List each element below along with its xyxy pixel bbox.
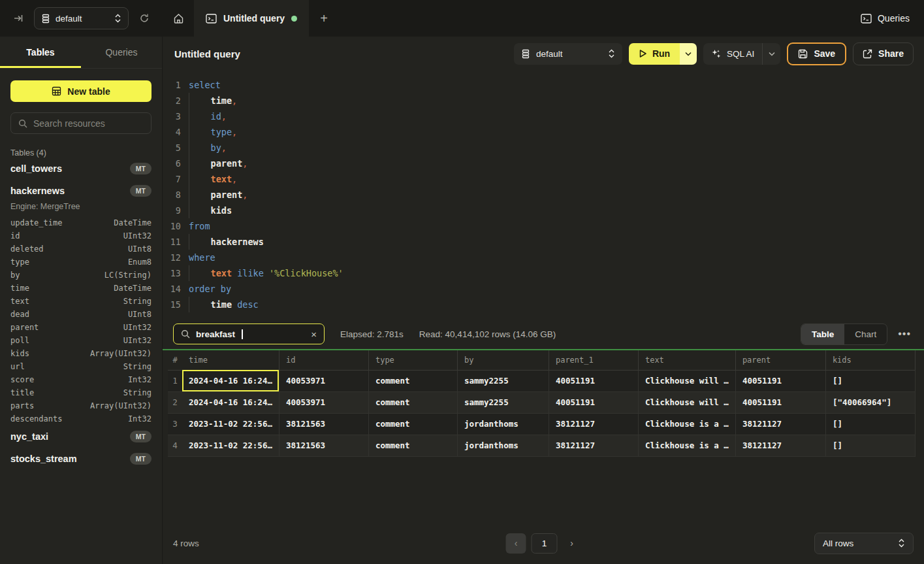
column-row: scoreInt32 bbox=[10, 373, 151, 386]
table-item[interactable]: hackernewsMT bbox=[10, 180, 151, 202]
table-cell[interactable]: 2023-11-02 22:56… bbox=[182, 435, 279, 456]
sidebar-tab-tables[interactable]: Tables bbox=[0, 37, 81, 68]
table-item[interactable]: cell_towersMT bbox=[10, 158, 151, 180]
column-header[interactable]: id bbox=[279, 350, 368, 370]
topbar-database-select[interactable]: default bbox=[34, 7, 129, 29]
collapse-sidebar-button[interactable] bbox=[9, 9, 27, 27]
table-cell[interactable]: [] bbox=[825, 413, 915, 435]
current-page-button[interactable]: 1 bbox=[532, 533, 558, 554]
table-cell[interactable]: Clickhouse will … bbox=[638, 370, 735, 391]
column-name: text bbox=[10, 295, 29, 308]
table-cell[interactable]: comment bbox=[368, 370, 457, 391]
table-cell[interactable]: 40053971 bbox=[279, 391, 368, 413]
results-search[interactable]: breakfast × bbox=[173, 323, 325, 344]
table-item[interactable]: nyc_taxiMT bbox=[10, 425, 151, 448]
table-cell[interactable]: [] bbox=[825, 370, 915, 391]
topbar-left: default bbox=[0, 0, 163, 37]
column-header[interactable]: parent bbox=[735, 350, 825, 370]
row-number[interactable]: 3 bbox=[168, 413, 182, 435]
table-cell[interactable]: 38121127 bbox=[549, 435, 638, 456]
prev-page-button[interactable]: ‹ bbox=[506, 533, 526, 554]
table-cell[interactable]: ["40066964"] bbox=[825, 391, 915, 413]
line-number: 2 bbox=[163, 93, 181, 108]
run-options-button[interactable] bbox=[680, 43, 697, 65]
results-more-button[interactable]: ••• bbox=[895, 325, 914, 342]
table-cell[interactable]: 40053971 bbox=[279, 370, 368, 391]
row-number[interactable]: 4 bbox=[168, 435, 182, 456]
sql-ai-button[interactable]: SQL AI bbox=[703, 43, 780, 65]
new-tab-button[interactable]: + bbox=[309, 0, 339, 37]
next-page-button[interactable]: › bbox=[563, 533, 581, 554]
table-item[interactable]: stocks_streamMT bbox=[10, 448, 151, 470]
home-icon bbox=[173, 13, 184, 24]
save-button[interactable]: Save bbox=[787, 42, 846, 65]
external-link-icon bbox=[863, 49, 872, 59]
table-cell[interactable]: 2023-11-02 22:56… bbox=[182, 413, 279, 435]
column-row: urlString bbox=[10, 360, 151, 373]
table-cell[interactable]: 38121563 bbox=[279, 413, 368, 435]
table-cell[interactable]: sammy2255 bbox=[457, 391, 549, 413]
table-cell[interactable]: jordanthoms bbox=[457, 435, 549, 456]
sidebar-search[interactable] bbox=[10, 112, 151, 134]
code-line: 13 text ilike '%ClickHouse%' bbox=[163, 265, 924, 281]
table-cell[interactable]: Clickhouse is a … bbox=[638, 435, 735, 456]
table-cell[interactable]: 38121563 bbox=[279, 435, 368, 456]
table-cell[interactable]: 40051191 bbox=[735, 391, 825, 413]
column-header[interactable]: time bbox=[182, 350, 279, 370]
rows-per-page-select[interactable]: All rows bbox=[814, 533, 914, 554]
table-cell[interactable]: 40051191 bbox=[549, 370, 638, 391]
column-header[interactable]: parent_1 bbox=[549, 350, 638, 370]
table-cell[interactable]: 38121127 bbox=[735, 413, 825, 435]
line-number: 11 bbox=[163, 234, 181, 250]
code-token: hackernews bbox=[211, 234, 264, 250]
column-header[interactable]: by bbox=[457, 350, 549, 370]
home-button[interactable] bbox=[163, 0, 194, 37]
engine-badge: MT bbox=[130, 453, 151, 465]
indent-guide bbox=[189, 93, 211, 108]
column-row: partsArray(UInt32) bbox=[10, 399, 151, 412]
code-line: 10from bbox=[163, 218, 924, 234]
column-header[interactable]: kids bbox=[825, 350, 915, 370]
table-cell[interactable]: 2024-04-16 16:24… bbox=[182, 391, 279, 413]
table-cell[interactable]: comment bbox=[368, 413, 457, 435]
queries-button[interactable]: Queries bbox=[861, 13, 910, 24]
share-button[interactable]: Share bbox=[853, 42, 914, 65]
table-cell[interactable]: comment bbox=[368, 435, 457, 456]
table-cell[interactable]: sammy2255 bbox=[457, 370, 549, 391]
indent-guide bbox=[189, 297, 211, 312]
column-header[interactable]: text bbox=[638, 350, 735, 370]
refresh-button[interactable] bbox=[135, 9, 153, 27]
table-cell[interactable]: Clickhouse is a … bbox=[638, 413, 735, 435]
code-line: 7 text, bbox=[163, 171, 924, 187]
view-toggle-chart[interactable]: Chart bbox=[844, 324, 887, 344]
table-cell[interactable]: [] bbox=[825, 435, 915, 456]
indent-guide bbox=[189, 187, 211, 203]
column-type: UInt32 bbox=[123, 321, 151, 334]
table-cell[interactable]: 38121127 bbox=[549, 413, 638, 435]
table-cell[interactable]: 38121127 bbox=[735, 435, 825, 456]
table-cell[interactable]: comment bbox=[368, 391, 457, 413]
code-token: id bbox=[211, 108, 221, 124]
row-number[interactable]: 2 bbox=[168, 391, 182, 413]
sidebar-search-input[interactable] bbox=[33, 118, 144, 129]
query-database-value: default bbox=[536, 49, 602, 59]
column-header[interactable]: # bbox=[168, 350, 182, 370]
code-line: 1select bbox=[163, 77, 924, 93]
table-cell[interactable]: 40051191 bbox=[549, 391, 638, 413]
query-database-select[interactable]: default bbox=[514, 43, 622, 65]
sql-editor[interactable]: 1select2 time,3 id,4 type,5 by,6 parent,… bbox=[163, 71, 924, 319]
table-cell[interactable]: 40051191 bbox=[735, 370, 825, 391]
table-cell[interactable]: 2024-04-16 16:24… bbox=[182, 370, 279, 391]
sql-ai-dropdown[interactable] bbox=[762, 43, 780, 65]
results-footer: 4 rows ‹ 1 › All rows bbox=[163, 522, 924, 564]
sidebar-tab-queries[interactable]: Queries bbox=[81, 37, 162, 68]
row-number[interactable]: 1 bbox=[168, 370, 182, 391]
view-toggle-table[interactable]: Table bbox=[801, 324, 844, 344]
tab-untitled-query[interactable]: Untitled query bbox=[194, 0, 309, 37]
run-button[interactable]: Run bbox=[629, 43, 680, 65]
clear-search-button[interactable]: × bbox=[311, 329, 317, 340]
new-table-button[interactable]: New table bbox=[10, 80, 151, 102]
table-cell[interactable]: Clickhouse will … bbox=[638, 391, 735, 413]
column-header[interactable]: type bbox=[368, 350, 457, 370]
table-cell[interactable]: jordanthoms bbox=[457, 413, 549, 435]
